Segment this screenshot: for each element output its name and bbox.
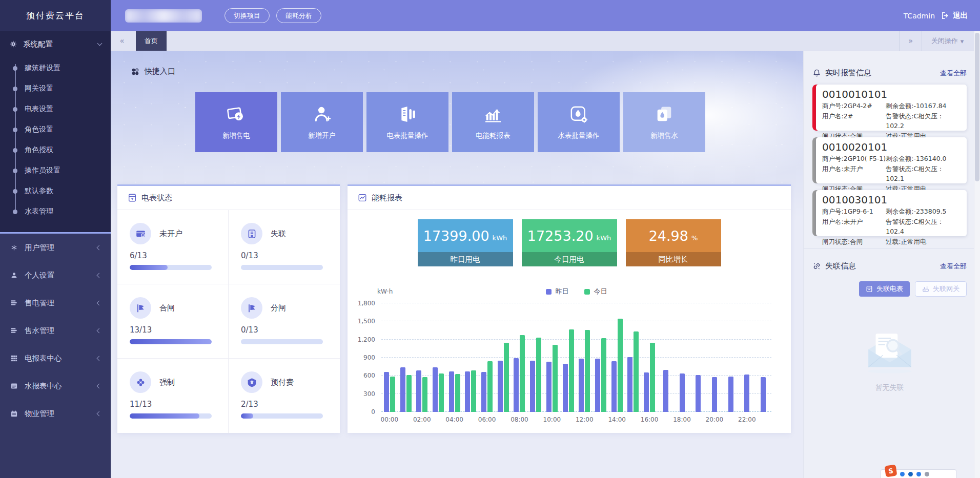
bar-今日[interactable] (390, 377, 395, 412)
toolbar-blue-icon[interactable] (900, 472, 905, 476)
gear-icon (9, 40, 17, 48)
alarm-card-2[interactable]: 0010030101商户号:1GP9-6-1剩余金额:-233809.5用户名:… (812, 190, 967, 236)
sidebar-subitem[interactable]: 建筑群设置 (0, 58, 111, 78)
sidebar-subitem[interactable]: 操作员设置 (0, 160, 111, 181)
bar-今日[interactable] (601, 338, 606, 412)
bar-今日[interactable] (487, 361, 493, 412)
sidebar-item-5[interactable]: 水报表中心 (0, 372, 111, 400)
sidebar-item-1[interactable]: 个人设置 (0, 261, 111, 289)
bar-今日[interactable] (585, 330, 590, 412)
bar-昨日[interactable] (744, 375, 749, 412)
logout-button[interactable]: 退出 (941, 11, 968, 20)
legend-label: 昨日 (556, 287, 569, 296)
sidebar-item-2[interactable]: 售电管理 (0, 289, 111, 317)
toolbar-blue3-icon[interactable] (916, 472, 921, 476)
offline-meter-button[interactable]: 失联电表 (859, 281, 910, 297)
tab-home[interactable]: 首页 (136, 31, 167, 51)
bar-昨日[interactable] (627, 357, 632, 412)
meter-status-card[interactable]: 未开户6/13 (117, 210, 229, 284)
alarm-field: 告警状态:C相欠压： 102.2 (886, 111, 961, 131)
toolbar-logo-icon[interactable]: S (885, 465, 897, 477)
energy-analysis-button[interactable]: 能耗分析 (276, 8, 321, 23)
toolbar-gray-icon[interactable] (925, 472, 929, 476)
bar-昨日[interactable] (644, 372, 649, 412)
tabs-scroll-left-icon[interactable]: « (111, 31, 133, 51)
close-operations-dropdown[interactable]: 关闭操作 ▾ (922, 31, 973, 51)
meter-status-card[interactable]: 合闸13/13 (117, 284, 229, 359)
bar-今日[interactable] (406, 375, 412, 412)
bar-昨日[interactable] (481, 372, 486, 412)
bar-昨日[interactable] (663, 370, 668, 412)
bar-昨日[interactable] (761, 377, 766, 412)
quick-tile-1[interactable]: 新增开户 (281, 92, 363, 152)
bar-今日[interactable] (618, 319, 623, 412)
bar-昨日[interactable] (728, 377, 733, 412)
meter-status-card[interactable]: 强制11/13 (117, 359, 229, 433)
quick-tile-5[interactable]: 新增售水 (623, 92, 705, 152)
meter-status-card[interactable]: 失联0/13 (229, 210, 340, 284)
bar-今日[interactable] (634, 331, 639, 412)
bar-昨日[interactable] (514, 358, 519, 412)
bar-昨日[interactable] (712, 377, 717, 412)
alarm-card-0[interactable]: 0010010101商户号:2GP4-2#剩余金额:-10167.84用户名:2… (812, 85, 967, 131)
offline-gateway-button[interactable]: 失联网关 (915, 281, 967, 297)
bar-昨日[interactable] (563, 364, 568, 412)
bar-今日[interactable] (650, 343, 655, 412)
chevron-left-icon (97, 356, 102, 361)
water-gear-icon (567, 104, 590, 124)
toolbar-blue2-icon[interactable] (908, 472, 913, 476)
bar-今日[interactable] (422, 377, 427, 412)
bar-今日[interactable] (553, 345, 558, 412)
quick-tile-4[interactable]: 水表批量操作 (538, 92, 620, 152)
sidebar-subitem[interactable]: 电表设置 (0, 99, 111, 119)
quick-tile-3[interactable]: 电能耗报表 (452, 92, 534, 152)
bar-今日[interactable] (536, 338, 541, 412)
bar-昨日[interactable] (680, 373, 685, 412)
sidebar-subitem[interactable]: 网关设置 (0, 78, 111, 99)
sidebar-item-6[interactable]: 物业管理 (0, 400, 111, 427)
bar-昨日[interactable] (498, 361, 503, 412)
bar-今日[interactable] (520, 335, 525, 412)
window-scrollbar[interactable] (974, 31, 980, 478)
sidebar-item-4[interactable]: 电报表中心 (0, 344, 111, 372)
sidebar-item-system-config[interactable]: 系统配置 (0, 31, 111, 57)
bar-昨日[interactable] (546, 362, 552, 412)
meter-status-card[interactable]: 预付费2/13 (229, 359, 340, 433)
quick-tile-2[interactable]: 电表批量操作 (366, 92, 448, 152)
bar-昨日[interactable] (416, 370, 421, 412)
sidebar-subitem[interactable]: 角色授权 (0, 140, 111, 160)
meter-status-card[interactable]: 分闸0/13 (229, 284, 340, 359)
bar-昨日[interactable] (465, 371, 470, 412)
bar-昨日[interactable] (384, 372, 389, 412)
sidebar-subitem[interactable]: 默认参数 (0, 181, 111, 201)
bar-今日[interactable] (569, 329, 574, 412)
sidebar-subitem[interactable]: 角色设置 (0, 119, 111, 140)
bar-昨日[interactable] (400, 367, 405, 412)
sidebar-item-0[interactable]: 用户管理 (0, 234, 111, 261)
sidebar-item-3[interactable]: 售水管理 (0, 317, 111, 344)
bar-今日[interactable] (455, 374, 460, 412)
legend-item-0[interactable]: 昨日 (546, 287, 569, 296)
bar-昨日[interactable] (696, 375, 701, 412)
bar-昨日[interactable] (449, 371, 454, 412)
alarm-card-1[interactable]: 0010020101商户号:2GP10( F5-1)剩余金额:-136140.0… (812, 137, 967, 183)
alarm-field: 闸刀状态:合闸 (822, 237, 886, 247)
bar-今日[interactable] (439, 373, 444, 412)
tabs-scroll-right-icon[interactable]: » (899, 31, 922, 51)
alarm-view-all-link[interactable]: 查看全部 (940, 69, 967, 78)
switch-project-button[interactable]: 切换项目 (224, 8, 270, 23)
quick-tile-0[interactable]: 新增售电 (195, 92, 277, 152)
bar-昨日[interactable] (595, 359, 600, 412)
floating-toolbar[interactable]: S (881, 469, 956, 478)
bar-今日[interactable] (471, 370, 476, 412)
bar-今日[interactable] (504, 343, 509, 412)
bar-昨日[interactable] (530, 361, 535, 412)
meter-status-grid: 未开户6/13失联0/13合闸13/13分闸0/13强制11/13预付费2/13 (117, 210, 340, 433)
offline-view-all-link[interactable]: 查看全部 (940, 262, 967, 271)
sidebar-subitem[interactable]: 水表管理 (0, 201, 111, 222)
bar-昨日[interactable] (433, 367, 438, 412)
bar-昨日[interactable] (611, 361, 617, 412)
scrollbar-thumb[interactable] (975, 33, 979, 181)
legend-item-1[interactable]: 今日 (584, 287, 607, 296)
bar-昨日[interactable] (579, 359, 584, 412)
